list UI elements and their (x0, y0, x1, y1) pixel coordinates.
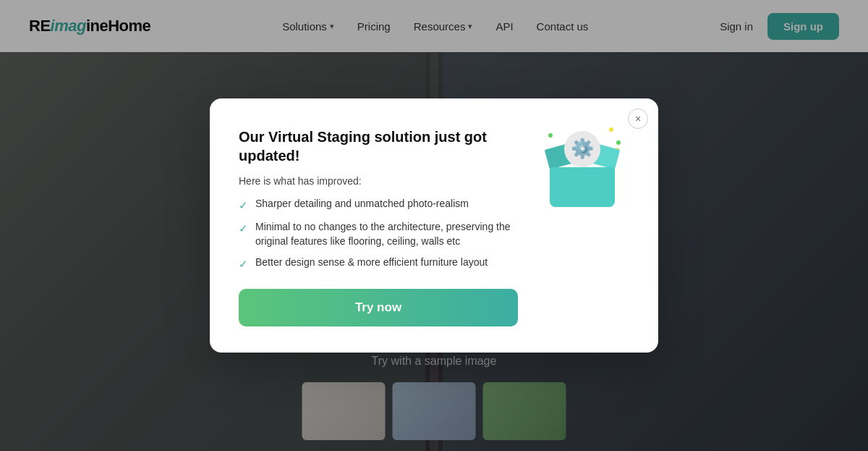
check-icon-2: ✓ (239, 221, 248, 236)
feature-item-2: ✓ Minimal to no changes to the architect… (239, 220, 518, 248)
sparkle-2 (616, 140, 621, 145)
modal-illustration: ⚙️ (535, 127, 629, 207)
check-icon-1: ✓ (239, 198, 248, 213)
feature-text-3: Better design sense & more efficient fur… (255, 256, 488, 270)
box-body (550, 167, 615, 207)
modal-overlay[interactable]: × Our Virtual Staging solution just got … (0, 0, 868, 451)
feature-item-3: ✓ Better design sense & more efficient f… (239, 256, 518, 271)
feature-text-1: Sharper detailing and unmatched photo-re… (255, 197, 469, 211)
feature-text-2: Minimal to no changes to the architectur… (255, 220, 518, 248)
modal-close-button[interactable]: × (628, 109, 648, 129)
modal-content: Our Virtual Staging solution just got up… (239, 127, 518, 326)
modal-feature-list: ✓ Sharper detailing and unmatched photo-… (239, 197, 518, 271)
check-icon-3: ✓ (239, 256, 248, 271)
try-now-button[interactable]: Try now (239, 289, 518, 326)
modal-dialog: × Our Virtual Staging solution just got … (210, 98, 658, 353)
sparkle-3 (548, 133, 553, 138)
sparkle-1 (609, 127, 613, 132)
modal-subtitle: Here is what has improved: (239, 175, 518, 187)
modal-title: Our Virtual Staging solution just got up… (239, 127, 518, 165)
modal-body: Our Virtual Staging solution just got up… (239, 127, 629, 326)
feature-item-1: ✓ Sharper detailing and unmatched photo-… (239, 197, 518, 213)
gear-icon: ⚙️ (564, 131, 600, 167)
illustration-box: ⚙️ (542, 127, 622, 207)
